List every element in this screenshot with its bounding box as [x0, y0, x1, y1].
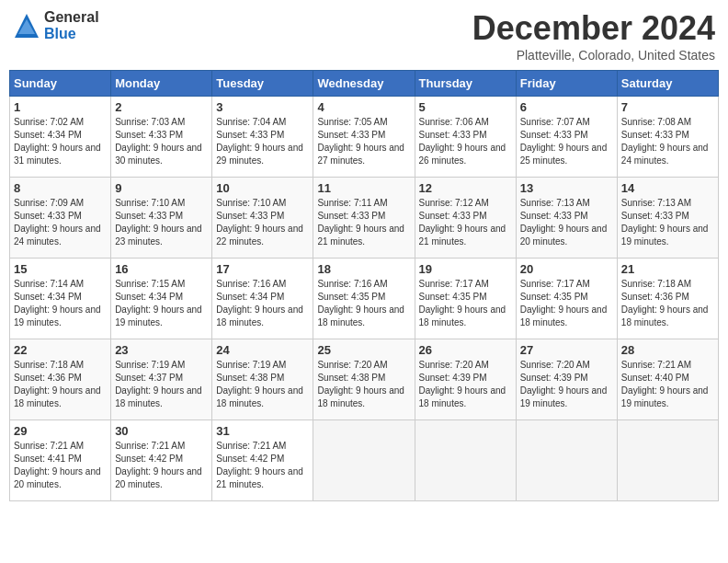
calendar-cell: 4 Sunrise: 7:05 AMSunset: 4:33 PMDayligh… — [313, 97, 415, 178]
day-number: 4 — [317, 100, 410, 114]
day-info: Sunrise: 7:10 AMSunset: 4:33 PMDaylight:… — [115, 198, 202, 247]
calendar-cell: 14 Sunrise: 7:13 AMSunset: 4:33 PMDaylig… — [617, 178, 718, 259]
day-number: 9 — [115, 181, 208, 195]
day-number: 26 — [419, 343, 512, 357]
day-number: 18 — [317, 262, 410, 276]
day-info: Sunrise: 7:21 AMSunset: 4:42 PMDaylight:… — [115, 441, 202, 489]
day-number: 3 — [216, 100, 309, 114]
location-text: Platteville, Colorado, United States — [472, 48, 715, 63]
month-title: December 2024 — [472, 9, 715, 48]
day-number: 27 — [520, 343, 613, 357]
calendar-cell: 9 Sunrise: 7:10 AMSunset: 4:33 PMDayligh… — [111, 178, 212, 259]
day-info: Sunrise: 7:14 AMSunset: 4:34 PMDaylight:… — [14, 279, 101, 327]
calendar-cell — [617, 420, 718, 501]
day-info: Sunrise: 7:08 AMSunset: 4:33 PMDaylight:… — [621, 117, 709, 166]
calendar-cell: 12 Sunrise: 7:12 AMSunset: 4:33 PMDaylig… — [415, 178, 516, 259]
title-block: December 2024 Platteville, Colorado, Uni… — [472, 9, 715, 63]
calendar-cell: 3 Sunrise: 7:04 AMSunset: 4:33 PMDayligh… — [212, 97, 313, 178]
calendar-cell: 30 Sunrise: 7:21 AMSunset: 4:42 PMDaylig… — [111, 420, 212, 501]
calendar-cell — [516, 420, 617, 501]
day-info: Sunrise: 7:18 AMSunset: 4:36 PMDaylight:… — [14, 360, 101, 408]
day-number: 21 — [621, 262, 714, 276]
day-number: 5 — [419, 100, 512, 114]
logo-general-text: General — [44, 9, 99, 26]
day-number: 2 — [115, 100, 208, 114]
day-info: Sunrise: 7:16 AMSunset: 4:35 PMDaylight:… — [317, 279, 404, 327]
day-info: Sunrise: 7:12 AMSunset: 4:33 PMDaylight:… — [419, 198, 506, 247]
day-number: 13 — [520, 181, 613, 195]
calendar-cell — [415, 420, 516, 501]
calendar-cell: 15 Sunrise: 7:14 AMSunset: 4:34 PMDaylig… — [10, 259, 111, 339]
weekday-header-saturday: Saturday — [617, 71, 718, 97]
day-info: Sunrise: 7:17 AMSunset: 4:35 PMDaylight:… — [520, 279, 608, 327]
day-info: Sunrise: 7:10 AMSunset: 4:33 PMDaylight:… — [216, 198, 303, 247]
weekday-header-tuesday: Tuesday — [212, 71, 313, 97]
day-info: Sunrise: 7:17 AMSunset: 4:35 PMDaylight:… — [419, 279, 506, 327]
day-info: Sunrise: 7:20 AMSunset: 4:39 PMDaylight:… — [419, 360, 506, 408]
calendar-cell: 2 Sunrise: 7:03 AMSunset: 4:33 PMDayligh… — [111, 97, 212, 178]
weekday-header-sunday: Sunday — [10, 71, 111, 97]
calendar-cell: 31 Sunrise: 7:21 AMSunset: 4:42 PMDaylig… — [212, 420, 313, 501]
day-info: Sunrise: 7:18 AMSunset: 4:36 PMDaylight:… — [621, 279, 709, 327]
calendar-cell: 25 Sunrise: 7:20 AMSunset: 4:38 PMDaylig… — [313, 339, 415, 420]
day-number: 16 — [115, 262, 208, 276]
day-info: Sunrise: 7:16 AMSunset: 4:34 PMDaylight:… — [216, 279, 303, 327]
day-number: 12 — [419, 181, 512, 195]
day-number: 11 — [317, 181, 410, 195]
logo-text: General Blue — [44, 9, 99, 41]
day-number: 15 — [14, 262, 107, 276]
day-info: Sunrise: 7:15 AMSunset: 4:34 PMDaylight:… — [115, 279, 202, 327]
day-info: Sunrise: 7:02 AMSunset: 4:34 PMDaylight:… — [14, 117, 101, 166]
calendar-cell: 1 Sunrise: 7:02 AMSunset: 4:34 PMDayligh… — [10, 97, 111, 178]
calendar-cell: 16 Sunrise: 7:15 AMSunset: 4:34 PMDaylig… — [111, 259, 212, 339]
calendar-cell: 23 Sunrise: 7:19 AMSunset: 4:37 PMDaylig… — [111, 339, 212, 420]
day-info: Sunrise: 7:13 AMSunset: 4:33 PMDaylight:… — [520, 198, 608, 247]
calendar-cell: 27 Sunrise: 7:20 AMSunset: 4:39 PMDaylig… — [516, 339, 617, 420]
day-info: Sunrise: 7:11 AMSunset: 4:33 PMDaylight:… — [317, 198, 404, 247]
calendar-cell: 5 Sunrise: 7:06 AMSunset: 4:33 PMDayligh… — [415, 97, 516, 178]
calendar-cell: 24 Sunrise: 7:19 AMSunset: 4:38 PMDaylig… — [212, 339, 313, 420]
calendar-cell: 7 Sunrise: 7:08 AMSunset: 4:33 PMDayligh… — [617, 97, 718, 178]
day-info: Sunrise: 7:21 AMSunset: 4:42 PMDaylight:… — [216, 441, 303, 489]
day-info: Sunrise: 7:09 AMSunset: 4:33 PMDaylight:… — [14, 198, 101, 247]
day-info: Sunrise: 7:19 AMSunset: 4:38 PMDaylight:… — [216, 360, 303, 408]
day-number: 7 — [621, 100, 714, 114]
calendar-cell: 20 Sunrise: 7:17 AMSunset: 4:35 PMDaylig… — [516, 259, 617, 339]
day-info: Sunrise: 7:21 AMSunset: 4:40 PMDaylight:… — [621, 360, 709, 408]
day-info: Sunrise: 7:13 AMSunset: 4:33 PMDaylight:… — [621, 198, 709, 247]
calendar-table: SundayMondayTuesdayWednesdayThursdayFrid… — [9, 70, 719, 501]
weekday-header-row: SundayMondayTuesdayWednesdayThursdayFrid… — [10, 71, 719, 97]
day-number: 6 — [520, 100, 613, 114]
day-info: Sunrise: 7:05 AMSunset: 4:33 PMDaylight:… — [317, 117, 404, 166]
logo-icon — [13, 12, 40, 40]
day-number: 14 — [621, 181, 714, 195]
day-number: 30 — [115, 424, 208, 438]
day-number: 20 — [520, 262, 613, 276]
day-info: Sunrise: 7:20 AMSunset: 4:38 PMDaylight:… — [317, 360, 404, 408]
day-info: Sunrise: 7:19 AMSunset: 4:37 PMDaylight:… — [115, 360, 202, 408]
calendar-cell: 11 Sunrise: 7:11 AMSunset: 4:33 PMDaylig… — [313, 178, 415, 259]
calendar-week-4: 22 Sunrise: 7:18 AMSunset: 4:36 PMDaylig… — [10, 339, 719, 420]
calendar-cell: 10 Sunrise: 7:10 AMSunset: 4:33 PMDaylig… — [212, 178, 313, 259]
weekday-header-monday: Monday — [111, 71, 212, 97]
day-info: Sunrise: 7:03 AMSunset: 4:33 PMDaylight:… — [115, 117, 202, 166]
day-number: 17 — [216, 262, 309, 276]
calendar-week-2: 8 Sunrise: 7:09 AMSunset: 4:33 PMDayligh… — [10, 178, 719, 259]
day-info: Sunrise: 7:07 AMSunset: 4:33 PMDaylight:… — [520, 117, 608, 166]
day-info: Sunrise: 7:21 AMSunset: 4:41 PMDaylight:… — [14, 441, 101, 489]
calendar-week-3: 15 Sunrise: 7:14 AMSunset: 4:34 PMDaylig… — [10, 259, 719, 339]
day-number: 8 — [14, 181, 107, 195]
calendar-cell: 21 Sunrise: 7:18 AMSunset: 4:36 PMDaylig… — [617, 259, 718, 339]
calendar-cell — [313, 420, 415, 501]
calendar-cell: 26 Sunrise: 7:20 AMSunset: 4:39 PMDaylig… — [415, 339, 516, 420]
weekday-header-friday: Friday — [516, 71, 617, 97]
page-header: General Blue December 2024 Platteville, … — [9, 9, 719, 63]
calendar-cell: 6 Sunrise: 7:07 AMSunset: 4:33 PMDayligh… — [516, 97, 617, 178]
calendar-cell: 8 Sunrise: 7:09 AMSunset: 4:33 PMDayligh… — [10, 178, 111, 259]
day-number: 22 — [14, 343, 107, 357]
calendar-cell: 19 Sunrise: 7:17 AMSunset: 4:35 PMDaylig… — [415, 259, 516, 339]
calendar-week-5: 29 Sunrise: 7:21 AMSunset: 4:41 PMDaylig… — [10, 420, 719, 501]
calendar-cell: 28 Sunrise: 7:21 AMSunset: 4:40 PMDaylig… — [617, 339, 718, 420]
day-info: Sunrise: 7:06 AMSunset: 4:33 PMDaylight:… — [419, 117, 506, 166]
day-number: 1 — [14, 100, 107, 114]
